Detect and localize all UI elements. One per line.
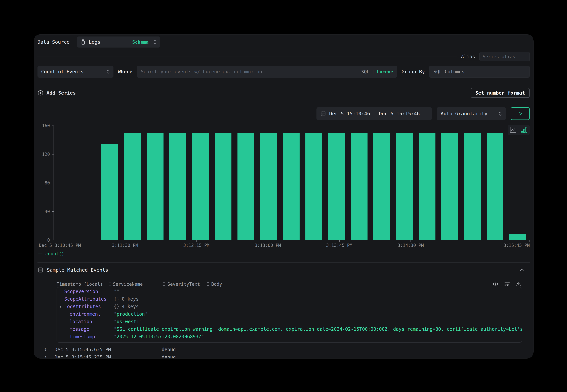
code-icon[interactable] <box>493 282 498 286</box>
wrap-text-icon[interactable] <box>504 282 510 286</box>
y-tick-mark <box>52 183 54 183</box>
x-tick-label: 3:11:30 PM <box>112 243 138 248</box>
y-tick-label: 0 <box>38 238 50 243</box>
granularity-select[interactable]: Auto Granularity <box>437 107 506 120</box>
download-icon[interactable] <box>516 281 521 287</box>
attribute-value: {}0 keys <box>114 296 139 302</box>
chart-bar <box>169 133 186 240</box>
date-range-picker[interactable]: Dec 5 15:10:46 - Dec 5 15:15:46 <box>317 107 432 120</box>
data-source-value: Logs <box>89 39 100 45</box>
attribute-row[interactable]: location"us-west1" <box>57 318 522 325</box>
series-actions-row: Add Series Set number format <box>38 88 530 98</box>
bar-chart-icon[interactable] <box>521 126 528 133</box>
data-source-select[interactable]: Logs Schema <box>77 37 160 48</box>
y-tick-mark <box>52 240 54 240</box>
timeseries-chart: 04080120160 Dec 5 3:10:45 PM3:11:30 PM3:… <box>38 125 530 257</box>
expanded-event-attributes: ScopeVersion""ScopeAttributes{}0 keys▾Lo… <box>56 287 522 343</box>
attribute-row[interactable]: message"SSL certificate expiration warni… <box>57 325 522 333</box>
y-tick-mark <box>52 126 54 126</box>
chart-bar <box>396 133 413 240</box>
attribute-row[interactable]: timestamp"2025-12-05T13:57:23.082306893Z… <box>57 333 522 340</box>
quote-mark: " <box>114 289 117 294</box>
x-tick-label: 3:13:45 PM <box>326 243 352 248</box>
group-by-input[interactable] <box>429 66 530 78</box>
sample-events-title: Sample Matched Events <box>47 267 108 273</box>
search-input[interactable]: Search your events w/ Lucene ex. column:… <box>137 66 397 78</box>
column-header-severitytext[interactable]: SeverityText <box>163 281 207 287</box>
column-header-timestamp[interactable]: Timestamp (Local) <box>56 281 109 287</box>
x-tick-mark <box>54 240 54 242</box>
x-tick-label: Dec 5 3:10:45 PM <box>39 243 81 248</box>
event-severity: debug <box>162 354 176 359</box>
x-tick-label: 3:12:15 PM <box>183 243 209 248</box>
x-tick-mark <box>196 240 197 242</box>
drag-handle-icon[interactable] <box>163 282 165 286</box>
chart-bar <box>215 133 232 240</box>
sample-events-header: Sample Matched Events <box>38 266 530 274</box>
alias-input[interactable] <box>480 52 530 61</box>
sql-mode-toggle[interactable]: SQL <box>361 69 370 74</box>
database-icon <box>81 39 86 45</box>
attribute-key: location <box>70 319 114 324</box>
chart-bar <box>147 133 164 240</box>
time-controls-row: Dec 5 15:10:46 - Dec 5 15:15:46 Auto Gra… <box>38 107 530 120</box>
chart-bar <box>509 234 526 240</box>
x-tick-mark <box>125 240 125 242</box>
chevron-right-icon[interactable]: ❯ <box>44 355 50 359</box>
attribute-key: environment <box>70 311 114 317</box>
run-query-button[interactable] <box>511 107 530 120</box>
drag-handle-icon[interactable] <box>109 282 111 286</box>
attribute-key: LogAttributes <box>64 304 114 309</box>
add-series-button[interactable]: Add Series <box>38 90 76 96</box>
quote-mark: " <box>145 311 148 317</box>
string-value: SSL certificate expiration warning, doma… <box>117 326 522 332</box>
x-tick-mark <box>339 240 340 242</box>
y-axis: 04080120160 <box>38 126 54 240</box>
attribute-row[interactable]: ScopeAttributes{}0 keys <box>57 295 522 303</box>
expander-triangle-icon[interactable]: ▾ <box>59 304 62 309</box>
alias-label: Alias <box>461 54 475 59</box>
schema-label: Schema <box>132 40 149 45</box>
string-value: 2025-12-05T13:57:23.082306893Z <box>117 334 201 339</box>
chart-bar <box>351 133 367 240</box>
query-builder-card: Data Source Logs Schema Alias <box>34 34 534 359</box>
chart-bar <box>373 133 390 240</box>
chart-bar <box>328 133 345 240</box>
attribute-value: "2025-12-05T13:57:23.082306893Z" <box>114 334 204 339</box>
attribute-row[interactable]: environment"production" <box>57 310 522 318</box>
event-row[interactable]: ❯Dec 5 3:15:45.235 PMdebug <box>38 353 530 359</box>
collapse-chevron-up-icon[interactable] <box>519 268 530 272</box>
column-header-servicename[interactable]: ServiceName <box>109 281 163 287</box>
attribute-key: ScopeVersion <box>64 289 114 294</box>
quote-mark: " <box>114 319 117 324</box>
chart-bar <box>419 133 435 240</box>
legend-series-name: count() <box>45 251 64 256</box>
chevron-up-down-icon <box>153 39 157 45</box>
chart-bar <box>260 133 277 240</box>
aggregation-select[interactable]: Count of Events <box>38 66 113 78</box>
query-row: Count of Events Where Search your events… <box>38 66 530 78</box>
attribute-value: "us-west1" <box>114 319 142 324</box>
play-icon <box>517 111 523 117</box>
event-row[interactable]: ❯Dec 5 3:15:45.635 PMdebug <box>38 346 530 353</box>
attribute-key: message <box>70 326 114 332</box>
x-tick-label: 3:15:45 PM <box>503 243 530 248</box>
lucene-mode-toggle[interactable]: Lucene <box>377 69 393 74</box>
severity-bar <box>50 355 50 359</box>
column-header-body[interactable]: Body <box>207 281 493 287</box>
drag-handle-icon[interactable] <box>207 282 209 286</box>
event-rows: ❯Dec 5 3:15:45.635 PMdebug❯Dec 5 3:15:45… <box>38 346 530 359</box>
attribute-row[interactable]: ScopeVersion"" <box>57 288 522 295</box>
set-number-format-button[interactable]: Set number format <box>470 88 530 98</box>
chevron-up-down-icon <box>498 111 502 116</box>
chevron-right-icon[interactable]: ❯ <box>44 347 50 352</box>
chart-bar <box>305 133 322 240</box>
y-tick-mark <box>52 154 54 154</box>
chart-bar <box>124 133 141 240</box>
chart-bar <box>487 133 503 240</box>
event-severity: debug <box>162 347 176 352</box>
line-chart-icon[interactable] <box>510 127 517 133</box>
braces-icon: {} <box>114 304 120 309</box>
table-toolbar <box>493 281 530 287</box>
attribute-row[interactable]: ▾LogAttributes{}4 keys <box>57 303 522 310</box>
